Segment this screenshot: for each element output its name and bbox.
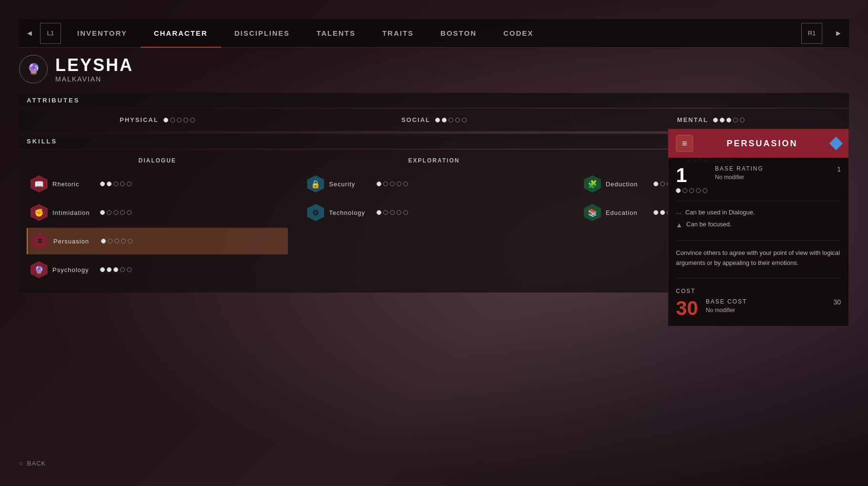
detail-rating-number-col: 1 (676, 165, 707, 193)
dot (107, 267, 112, 272)
dot (113, 210, 118, 215)
dot (120, 210, 125, 215)
character-icon-symbol: 🔮 (27, 63, 40, 75)
character-name: LEYSHA (55, 55, 133, 75)
dot (120, 182, 125, 186)
technology-icon: ⚙ (307, 204, 324, 221)
nav-left-arrow[interactable]: ◄ (19, 23, 40, 44)
hint-focus: ▲ Can be focused. (676, 221, 841, 229)
skill-security[interactable]: 🔒 Security (303, 171, 564, 197)
main-content: 🔮 LEYSHA MALKAVIAN ATTRIBUTES PHYSICAL S… (19, 55, 849, 467)
attr-social: SOCIAL (296, 116, 573, 123)
tab-talents[interactable]: TALENTS (303, 19, 369, 48)
dot (435, 118, 440, 122)
tab-character[interactable]: CHARACTER (141, 19, 221, 48)
detail-body: 1 BASE RATING No modifier 1 (668, 158, 848, 326)
dot (121, 239, 126, 243)
detail-rating-right: 1 (837, 165, 841, 173)
back-area: ○ BACK (19, 460, 46, 467)
dot (107, 210, 112, 215)
attr-mental-dots (713, 118, 745, 122)
skill-intimidation[interactable]: ✊ Intimidation (27, 199, 288, 226)
rhetoric-dots (100, 182, 132, 186)
exploration-header: EXPLORATION (303, 157, 564, 164)
dot (113, 267, 118, 272)
dot (190, 118, 195, 122)
attributes-panel: PHYSICAL SOCIAL MENTAL (19, 109, 849, 131)
dot (377, 182, 381, 186)
dot (403, 210, 408, 215)
dot (390, 210, 395, 215)
detail-rating-row: 1 BASE RATING No modifier 1 (676, 165, 841, 201)
dot (383, 210, 388, 215)
nav-right-arrow[interactable]: ► (828, 23, 849, 44)
intimidation-name: Intimidation (52, 209, 95, 216)
back-circle-icon: ○ (19, 460, 23, 467)
attr-physical-label: PHYSICAL (120, 116, 159, 123)
dot (660, 210, 665, 215)
security-icon: 🔒 (307, 175, 324, 192)
dot (462, 118, 467, 122)
dot (100, 210, 105, 215)
skill-psychology[interactable]: 🔮 Psychology (27, 256, 288, 283)
detail-header-icon: ≡ (676, 135, 693, 152)
technology-dots (377, 210, 408, 215)
hint-focus-icon: ▲ (676, 221, 683, 229)
dot (455, 118, 460, 122)
dot (163, 118, 168, 122)
dot (100, 267, 105, 272)
dot (128, 239, 133, 243)
attr-physical-dots (163, 118, 195, 122)
skill-rhetoric[interactable]: 📖 Rhetoric (27, 171, 288, 197)
attr-social-dots (435, 118, 467, 122)
tab-disciplines[interactable]: DISCIPLINES (221, 19, 303, 48)
attr-physical: PHYSICAL (19, 116, 296, 123)
dot (120, 267, 125, 272)
dot (403, 182, 408, 186)
nav-items: INVENTORY CHARACTER DISCIPLINES TALENTS … (64, 19, 801, 48)
skill-persuasion[interactable]: ≡ Persuasion (27, 228, 288, 254)
dot (397, 182, 401, 186)
dot (113, 182, 118, 186)
dot (683, 188, 687, 193)
tab-traits[interactable]: TRAITS (369, 19, 427, 48)
dot (713, 118, 718, 122)
dot (114, 239, 119, 243)
tab-inventory[interactable]: INVENTORY (64, 19, 141, 48)
dot (377, 210, 381, 215)
detail-rating-info: BASE RATING No modifier (715, 165, 829, 181)
dot (733, 118, 738, 122)
hint-dialogue-text: Can be used in Dialogue. (685, 209, 755, 216)
nav-right: R1 ► (801, 23, 849, 44)
dot (100, 182, 105, 186)
dot (383, 182, 388, 186)
education-name: Education (606, 209, 649, 216)
dot (696, 188, 701, 193)
dot (676, 188, 681, 193)
dot (177, 118, 182, 122)
detail-cost-label: COST (676, 288, 841, 294)
dot (390, 182, 395, 186)
dot (449, 118, 453, 122)
dot (654, 182, 658, 186)
dot (397, 210, 401, 215)
detail-cost-section: COST 30 BASE COST No modifier 30 (676, 288, 841, 318)
hint-focus-text: Can be focused. (686, 221, 732, 228)
psychology-icon: 🔮 (31, 261, 48, 278)
detail-cost-right: 30 (833, 298, 841, 306)
character-clan: MALKAVIAN (55, 75, 133, 83)
r1-badge: R1 (801, 23, 822, 44)
detail-panel: ≡ PERSUASION 1 BASE RATING (668, 129, 849, 326)
psychology-dots (100, 267, 132, 272)
skills-col-exploration: EXPLORATION 🔒 Security ⚙ Technology (296, 157, 572, 285)
deduction-name: Deduction (606, 181, 649, 188)
dot (660, 182, 665, 186)
persuasion-dots (101, 239, 133, 243)
skill-technology[interactable]: ⚙ Technology (303, 199, 564, 226)
dot (107, 182, 112, 186)
attributes-label: ATTRIBUTES (19, 93, 849, 108)
tab-codex[interactable]: CODEX (490, 19, 547, 48)
rhetoric-icon: 📖 (31, 175, 48, 192)
intimidation-dots (100, 210, 132, 215)
tab-boston[interactable]: BOSTON (427, 19, 490, 48)
